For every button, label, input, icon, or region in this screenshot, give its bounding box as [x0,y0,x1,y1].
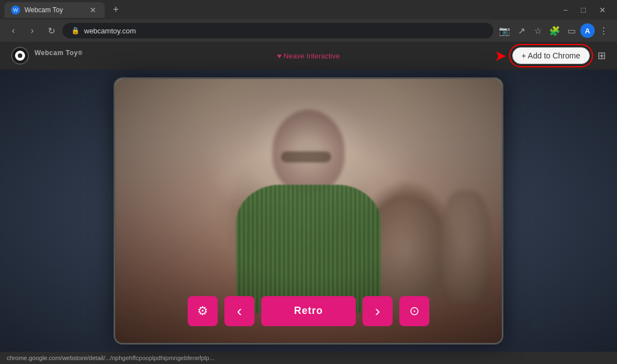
logo-dot [18,53,22,58]
capture-button[interactable]: ⊙ [399,296,429,326]
status-url: chrome.google.com/webstore/detail/.../np… [7,355,214,361]
forward-button[interactable]: › [25,23,40,38]
app-logo: Webcam Toy® [11,47,83,65]
next-filter-button[interactable]: › [363,296,393,326]
logo-circle [11,47,29,65]
extensions-icon[interactable]: 🧩 [547,23,562,38]
minimize-button[interactable]: − [556,3,574,17]
sidebar-icon[interactable]: ▭ [564,23,579,38]
close-button[interactable]: ✕ [592,3,613,17]
window-controls: − □ ✕ [556,3,613,17]
app-menu-button[interactable]: ⊞ [598,50,606,62]
share-icon[interactable]: ↗ [513,23,529,38]
add-chrome-section: ➤ + Add to Chrome ⊞ [494,44,606,67]
cast-icon[interactable]: 📷 [497,23,512,38]
bookmark-icon[interactable]: ☆ [530,23,546,38]
tab-favicon: W [11,6,20,14]
new-tab-button[interactable]: + [108,2,124,18]
address-text: webcamtoy.com [84,27,484,35]
tab-close-button[interactable]: ✕ [88,5,98,15]
settings-icon: ⚙ [197,304,208,318]
reload-button[interactable]: ↻ [43,23,59,38]
toolbar-icons: 📷 ↗ ☆ 🧩 ▭ A ⋮ [497,23,611,38]
status-bar: chrome.google.com/webstore/detail/.../np… [0,352,617,364]
nav-bar: ‹ › ↻ 🔒 webcamtoy.com 📷 ↗ ☆ 🧩 ▭ A ⋮ [0,19,617,42]
settings-button[interactable]: ⚙ [188,296,218,326]
address-bar[interactable]: 🔒 webcamtoy.com [62,23,493,38]
app-title: Webcam Toy® [35,48,83,63]
maximize-button[interactable]: □ [575,3,592,17]
add-chrome-highlight: + Add to Chrome [509,44,593,67]
app-header: Webcam Toy® ♥ Neave Interactive ➤ + Add … [0,42,617,70]
add-to-chrome-button[interactable]: + Add to Chrome [512,47,590,64]
camera-frame: ⚙ ‹ Retro › ⊙ [114,77,503,345]
camera-icon: ⊙ [409,304,419,318]
filter-label-button[interactable]: Retro [261,296,356,326]
tab-area: W Webcam Toy ✕ + [4,2,556,18]
logo-inner [15,51,25,61]
prev-icon: ‹ [237,302,242,320]
arrow-indicator: ➤ [494,47,507,65]
camera-controls: ⚙ ‹ Retro › ⊙ [188,296,429,326]
lock-icon: 🔒 [71,27,80,35]
browser-tab[interactable]: W Webcam Toy ✕ [4,2,105,18]
tab-title: Webcam Toy [25,6,84,14]
prev-filter-button[interactable]: ‹ [224,296,254,326]
profile-avatar[interactable]: A [580,23,595,38]
main-content: ⚙ ‹ Retro › ⊙ [0,70,617,352]
next-icon: › [375,302,380,320]
title-bar: W Webcam Toy ✕ + − □ ✕ [0,0,617,19]
back-button[interactable]: ‹ [6,23,21,38]
menu-icon[interactable]: ⋮ [596,23,611,38]
app-tagline: ♥ Neave Interactive [277,52,340,60]
